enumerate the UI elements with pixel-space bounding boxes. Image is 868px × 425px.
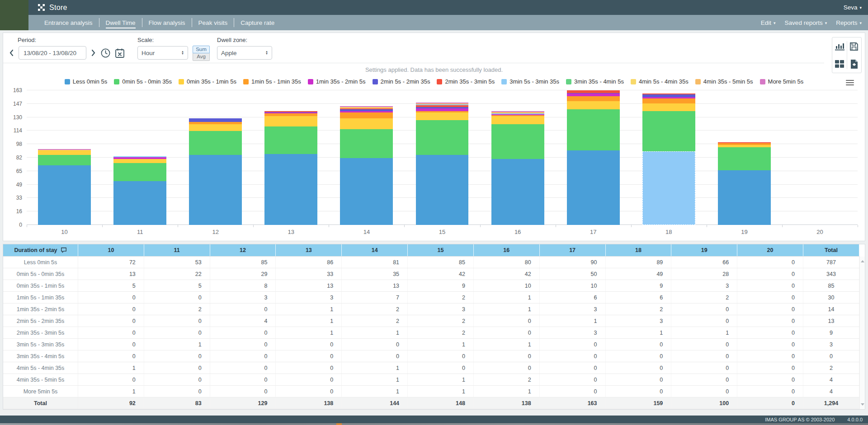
cell-less-0min-5s-19: 66 (671, 257, 737, 268)
table-icon (835, 60, 844, 68)
bar-segment-0min-5s-0min-35s[interactable] (567, 109, 620, 150)
tab-flow-analysis[interactable]: Flow analysis (142, 15, 192, 30)
bar-segment-0min-35s-1min-5s[interactable] (642, 103, 695, 111)
cell-4min-35s-5min-5s-18: 0 (606, 374, 672, 385)
bar-segment-1min-5s-1min-35s[interactable] (642, 98, 695, 103)
bar-segment-0min-35s-1min-5s[interactable] (416, 112, 469, 120)
bar-segment-less-0min-5s[interactable] (567, 150, 620, 225)
legend-item-4min-5s-4min-35s[interactable]: 4min 5s - 4min 35s (631, 78, 689, 85)
bar-segment-less-0min-5s[interactable] (340, 158, 393, 225)
legend-item-2min-35s-3min-5s[interactable]: 2min 35s - 3min 5s (437, 78, 495, 85)
scale-group: Scale: Hour ▲▼ (137, 37, 188, 60)
cell-total-total: 1,294 (803, 397, 859, 409)
y-axis-label: 147 (13, 101, 22, 107)
bar-segment-0min-35s-1min-5s[interactable] (189, 124, 242, 131)
bar-hour-19 (718, 142, 771, 225)
table-view-button[interactable] (834, 59, 845, 69)
grid-icon (38, 4, 45, 11)
bar-segment-0min-5s-0min-35s[interactable] (38, 155, 91, 166)
legend-item-less-0min-5s[interactable]: Less 0min 5s (65, 78, 108, 85)
bar-segment-1min-5s-1min-35s[interactable] (340, 112, 393, 118)
bar-segment-0min-35s-1min-5s[interactable] (113, 159, 166, 163)
bar-segment-0min-35s-1min-5s[interactable] (340, 118, 393, 129)
previous-period-button[interactable] (9, 48, 14, 57)
legend-item-1min-35s-2min-5s[interactable]: 1min 35s - 2min 5s (308, 78, 366, 85)
cell-1min-35s-2min-5s-15: 3 (408, 304, 474, 315)
tab-entrance-analysis[interactable]: Entrance analysis (38, 15, 99, 30)
bar-segment-less-0min-5s[interactable] (718, 170, 771, 225)
menu-reports[interactable]: Reports▾ (836, 19, 862, 26)
cell-1min-5s-1min-35s-18: 6 (606, 292, 672, 303)
export-button[interactable] (849, 59, 859, 70)
bar-segment-less-0min-5s[interactable] (642, 151, 695, 225)
table-scrollbar[interactable] (859, 257, 865, 409)
table-row-1min-35s-2min-5s: 1min 35s - 2min 5s0201231320014 (3, 304, 859, 315)
bar-segment-0min-5s-0min-35s[interactable] (113, 163, 166, 181)
menu-edit[interactable]: Edit▾ (761, 19, 776, 26)
bar-segment-0min-5s-0min-35s[interactable] (189, 131, 242, 155)
legend-item-3min-35s-4min-5s[interactable]: 3min 35s - 4min 5s (566, 78, 624, 85)
legend-item-0min-5s-0min-35s[interactable]: 0min 5s - 0min 35s (114, 78, 172, 85)
export-icon (850, 60, 858, 69)
dwell-zone-select[interactable]: Apple ▲▼ (217, 46, 272, 60)
next-period-button[interactable] (90, 48, 96, 57)
chart-view-button[interactable] (834, 41, 845, 51)
bar-segment-0min-35s-1min-5s[interactable] (567, 101, 620, 109)
legend-item-1min-5s-1min-35s[interactable]: 1min 5s - 1min 35s (243, 78, 301, 85)
legend-item-0min-35s-1min-5s[interactable]: 0min 35s - 1min 5s (179, 78, 236, 85)
bar-segment-0min-35s-1min-5s[interactable] (264, 116, 317, 127)
table-body: Less 0min 5s7253858681858090896607870min… (3, 257, 859, 409)
y-axis-label: 114 (14, 127, 22, 134)
bar-segment-0min-5s-0min-35s[interactable] (491, 124, 544, 159)
bar-segment-0min-35s-1min-5s[interactable] (38, 150, 91, 154)
tab-capture-rate[interactable]: Capture rate (234, 15, 281, 30)
scroll-down-icon[interactable] (861, 403, 864, 406)
avg-button[interactable]: Avg (193, 53, 210, 61)
scale-select[interactable]: Hour ▲▼ (137, 46, 188, 60)
bar-segment-less-0min-5s[interactable] (113, 181, 166, 225)
clear-period-button[interactable] (115, 48, 125, 58)
period-date-input[interactable] (19, 46, 86, 60)
bar-segment-less-0min-5s[interactable] (416, 155, 469, 225)
cell-total-18: 159 (606, 397, 672, 409)
bar-segment-2min-5s-2min-35s[interactable] (189, 118, 242, 121)
table-row-3min-35s-4min-5s: 3min 35s - 4min 5s000000000000 (3, 350, 859, 362)
bar-segment-1min-5s-1min-35s[interactable] (567, 96, 620, 101)
chart-menu-button[interactable] (846, 79, 854, 86)
sum-button[interactable]: Sum (193, 46, 210, 53)
cell-0min-5s-0min-35s-16: 42 (474, 268, 540, 280)
bar-segment-0min-5s-0min-35s[interactable] (718, 147, 771, 170)
cell-1min-35s-2min-5s-20: 0 (737, 304, 803, 315)
scroll-up-icon[interactable] (861, 260, 864, 262)
save-report-button[interactable] (849, 41, 859, 52)
bar-segment-less-0min-5s[interactable] (264, 154, 317, 225)
hamburger-icon (846, 80, 854, 81)
comment-icon[interactable] (61, 247, 67, 253)
legend-item-4min-35s-5min-5s[interactable]: 4min 35s - 5min 5s (695, 78, 753, 85)
cell-4min-5s-4min-35s-17: 0 (540, 362, 606, 374)
bar-segment-0min-35s-1min-5s[interactable] (491, 116, 544, 124)
cell-0min-5s-0min-35s-20: 0 (737, 268, 803, 280)
tab-dwell-time[interactable]: Dwell Time (99, 15, 142, 30)
user-menu[interactable]: Seva ▾ (844, 4, 862, 11)
cell-4min-35s-5min-5s-11: 0 (144, 374, 210, 385)
bar-segment-less-0min-5s[interactable] (491, 159, 544, 225)
bar-segment-less-0min-5s[interactable] (38, 165, 91, 225)
bar-segment-less-0min-5s[interactable] (189, 155, 242, 225)
row-label: 0min 5s - 0min 35s (3, 268, 78, 280)
bar-segment-0min-5s-0min-35s[interactable] (264, 126, 317, 154)
table-row-2min-35s-3min-5s: 2min 35s - 3min 5s000112031109 (3, 327, 859, 339)
legend-item-2min-5s-2min-35s[interactable]: 2min 5s - 2min 35s (373, 78, 430, 85)
time-filter-button[interactable] (100, 48, 111, 58)
tab-peak-visits[interactable]: Peak visits (192, 15, 234, 30)
legend-item-more-5min-5s[interactable]: More 5min 5s (760, 78, 804, 85)
cell-3min-35s-4min-5s-11: 0 (144, 350, 210, 362)
bar-segment-0min-5s-0min-35s[interactable] (642, 111, 695, 152)
row-label: 4min 5s - 4min 35s (3, 362, 78, 374)
bar-segment-0min-5s-0min-35s[interactable] (416, 120, 469, 155)
bar-segment-0min-5s-0min-35s[interactable] (340, 129, 393, 158)
menu-saved-reports[interactable]: Saved reports▾ (785, 19, 827, 26)
column-header-10: 10 (78, 244, 144, 256)
legend-item-3min-5s-3min-35s[interactable]: 3min 5s - 3min 35s (501, 78, 559, 85)
cell-3min-35s-4min-5s-20: 0 (737, 350, 803, 362)
